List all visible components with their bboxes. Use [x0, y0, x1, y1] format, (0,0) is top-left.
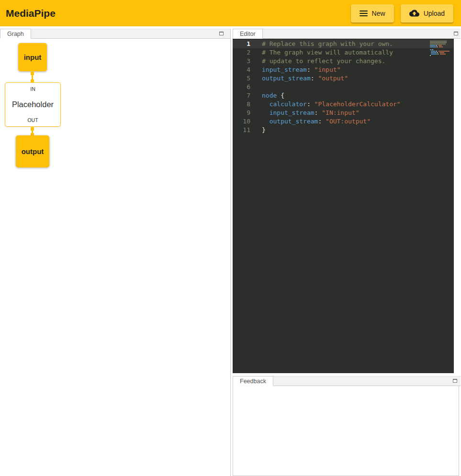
editor-popout-icon[interactable] — [454, 32, 458, 35]
tab-graph[interactable]: Graph — [0, 29, 31, 39]
editor-gutter: 1234567891011 — [233, 40, 250, 373]
line-number: 8 — [233, 100, 250, 109]
feedback-popout-icon[interactable] — [453, 379, 457, 383]
graph-popout-icon[interactable] — [219, 32, 224, 35]
code-line: # Replace this graph with your own. — [262, 40, 454, 48]
upload-button[interactable]: Upload — [401, 4, 453, 22]
right-column: Editor 1234567891011 # Replace this grap… — [233, 29, 461, 476]
graph-node-output[interactable]: output — [16, 135, 49, 167]
editor-body: 1234567891011 # Replace this graph with … — [233, 39, 461, 373]
new-button[interactable]: New — [351, 4, 394, 22]
editor-tabbar: Editor — [233, 29, 461, 39]
upload-button-label: Upload — [424, 10, 445, 17]
menu-lines-icon — [360, 11, 368, 16]
line-number: 11 — [233, 126, 250, 134]
code-line: # update to reflect your changes. — [262, 57, 454, 66]
cloud-upload-icon — [409, 8, 419, 18]
code-line — [262, 83, 454, 91]
code-line: output_stream: "OUT:output" — [262, 117, 454, 126]
graph-node-input[interactable]: input — [18, 43, 47, 71]
input-node-label: input — [24, 53, 42, 61]
feedback-content — [233, 386, 459, 476]
tab-editor[interactable]: Editor — [233, 29, 263, 39]
code-line: output_stream: "output" — [262, 74, 454, 83]
main-area: Graph input IN Placeholder OUT output — [0, 26, 461, 476]
editor-panel: Editor 1234567891011 # Replace this grap… — [233, 29, 461, 373]
in-port-label: IN — [30, 86, 35, 92]
output-node-label: output — [22, 147, 44, 155]
graph-tabbar: Graph — [0, 29, 230, 39]
code-line: # The graph view will automatically — [262, 48, 454, 57]
feedback-panel: Feedback — [233, 376, 461, 476]
line-number: 2 — [233, 48, 250, 57]
graph-canvas[interactable]: input IN Placeholder OUT output — [0, 39, 230, 476]
line-number: 6 — [233, 83, 250, 91]
code-line: input_stream: "input" — [262, 66, 454, 74]
new-button-label: New — [372, 10, 385, 17]
minimap — [430, 41, 450, 56]
line-number: 5 — [233, 74, 250, 83]
placeholder-node-label: Placeholder — [12, 100, 54, 109]
graph-node-placeholder[interactable]: IN Placeholder OUT — [5, 82, 61, 127]
line-number: 10 — [233, 117, 250, 126]
code-line: } — [262, 126, 454, 134]
out-port-label: OUT — [27, 117, 38, 123]
code-line: input_stream: "IN:input" — [262, 109, 454, 117]
app-title: MediaPipe — [5, 8, 56, 19]
line-number: 4 — [233, 66, 250, 74]
graph-panel: Graph input IN Placeholder OUT output — [0, 29, 231, 476]
code-editor[interactable]: 1234567891011 # Replace this graph with … — [233, 39, 454, 373]
feedback-tabbar: Feedback — [233, 376, 461, 386]
header-buttons: New Upload — [351, 4, 456, 22]
line-number: 9 — [233, 109, 250, 117]
code-line: calculator: "PlaceholderCalculator" — [262, 100, 454, 109]
line-number: 7 — [233, 91, 250, 100]
tab-feedback[interactable]: Feedback — [233, 376, 273, 386]
line-number: 1 — [233, 40, 250, 48]
code-lines: # Replace this graph with your own.# The… — [250, 40, 454, 373]
code-line: node { — [262, 91, 454, 100]
line-number: 3 — [233, 57, 250, 66]
app-header: MediaPipe New Upload — [0, 0, 461, 26]
